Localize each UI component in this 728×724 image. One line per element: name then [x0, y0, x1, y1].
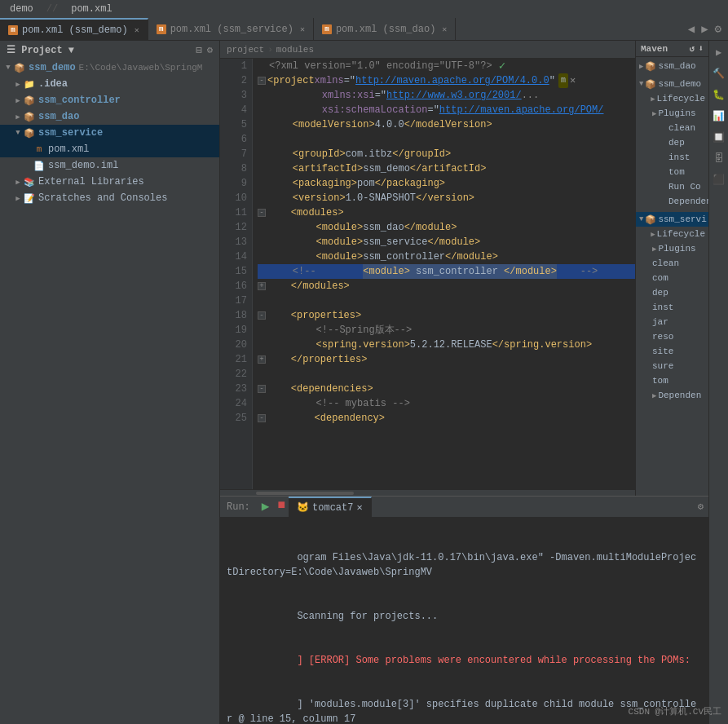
menu-pom[interactable]: pom.xml [68, 2, 115, 16]
tab-close-3[interactable]: ✕ [442, 24, 447, 34]
checkmark-1: ✓ [499, 59, 505, 73]
idea-label: .idea [38, 78, 68, 90]
tomcat-tab-close[interactable]: ✕ [356, 501, 362, 514]
svc-dep-full-lbl: Dependen [658, 391, 701, 400]
maven-download-icon[interactable]: ⬇ [698, 43, 704, 54]
line19-indent [269, 323, 316, 338]
tab-icon-m: m [8, 25, 18, 35]
lifecycle-label: Lifecycle [657, 94, 705, 104]
maven-dao-icon: 📦 [645, 61, 656, 72]
run-button[interactable]: ▶ [257, 497, 275, 517]
action-btn-1[interactable]: ▶ [711, 44, 727, 60]
maven-svc-lifecycle[interactable]: ▶ Lifecycle [636, 227, 708, 241]
tree-external-libs[interactable]: ▶ 📚 External Libraries [0, 174, 219, 190]
tab-scroll-left[interactable]: ◀ [686, 20, 696, 38]
action-btn-6[interactable]: 🗄 [711, 150, 727, 166]
maven-ssm-service[interactable]: ▼ 📦 ssm_servi [636, 212, 708, 227]
maven-svc-tom[interactable]: tom [636, 373, 708, 388]
maven-svc-reso[interactable]: reso [636, 329, 708, 344]
sidebar-collapse-icon[interactable]: ⊟ [196, 44, 202, 56]
breadcrumb-sep1: › [267, 45, 273, 55]
action-btn-4[interactable]: 📊 [711, 108, 727, 124]
line25-indent [267, 411, 315, 426]
action-btn-5[interactable]: 🔲 [711, 129, 727, 145]
bottom-settings-icon[interactable]: ⚙ [698, 501, 704, 513]
maven-svc-dep[interactable]: dep [636, 285, 708, 300]
tree-idea[interactable]: ▶ 📁 .idea [0, 76, 219, 92]
tab-close-2[interactable]: ✕ [300, 24, 305, 34]
action-btn-3[interactable]: 🐛 [711, 86, 727, 103]
menu-demo[interactable]: demo [7, 2, 37, 16]
mi-clean-lbl: clean [668, 123, 695, 133]
maven-svc-inst[interactable]: inst [636, 300, 708, 315]
tree-ssm-demo-iml[interactable]: 📄 ssm_demo.iml [0, 157, 219, 174]
mi-inst[interactable]: inst [652, 150, 708, 165]
tab-pom-ssm-service[interactable]: m pom.xml (ssm_service) ✕ [148, 18, 314, 40]
fold-btn-16[interactable]: + [258, 282, 266, 290]
tab-tomcat7[interactable]: 🐱 tomcat7 ✕ [289, 497, 372, 517]
fold-btn-23[interactable]: - [258, 385, 266, 393]
tab-pom-ssm-demo[interactable]: m pom.xml (ssm_demo) ✕ [0, 18, 148, 40]
maven-ssm-dao[interactable]: ▶ 📦 ssm_dao [636, 59, 708, 73]
arrow-scratch: ▶ [13, 194, 23, 203]
line7-val: com.itbz [346, 147, 393, 161]
tree-ssm-dao[interactable]: ▶ 📦 ssm_dao [0, 108, 219, 125]
mi-clean[interactable]: clean [652, 121, 708, 135]
maven-demo-plugins[interactable]: ▶ Plugins [636, 106, 708, 121]
code-line-12: <module> ssm_dao </module> [258, 220, 635, 235]
fold-btn-21[interactable]: + [258, 355, 266, 364]
tree-ssm-controller[interactable]: ▶ 📦 ssm_controller [0, 92, 219, 108]
action-btn-2[interactable]: 🔨 [711, 65, 727, 82]
line13-val: ssm_service [363, 235, 427, 249]
line15-val: ssm_controller [416, 266, 498, 277]
bottom-tab-bar: Run: ▶ ■ 🐱 tomcat7 ✕ ⚙ [220, 497, 708, 518]
dao-label: ssm_dao [38, 111, 79, 122]
maven-panel: Maven ↺ ⬇ ▶ 📦 ssm_dao [635, 41, 708, 496]
code-line-8: <artifactId> ssm_demo </artifactId> [258, 161, 635, 176]
fold-btn-11[interactable]: - [258, 209, 266, 217]
line15-tag2: </module> [504, 266, 557, 277]
line9-tag2: </packaging> [375, 176, 445, 191]
maven-refresh-icon[interactable]: ↺ [690, 43, 695, 54]
sidebar-gear-icon[interactable]: ⚙ [207, 44, 213, 56]
controller-label: ssm_controller [38, 95, 121, 106]
mi-runco[interactable]: Run Co [652, 179, 708, 194]
maven-service-arrow: ▼ [639, 215, 643, 223]
tab-settings-btn[interactable]: ⚙ [713, 20, 723, 38]
fold-btn-25[interactable]: - [258, 414, 266, 422]
mi-dep[interactable]: dep [652, 135, 708, 150]
action-btn-7[interactable]: ⬛ [711, 171, 727, 188]
tab-pom-ssm-dao[interactable]: m pom.xml (ssm_dao) ✕ [314, 18, 456, 40]
plugins-label: Plugins [658, 108, 695, 118]
line8-tag2: </artifactId> [410, 161, 487, 176]
mi-tom[interactable]: tom [652, 165, 708, 179]
maven-service-icon: 📦 [645, 214, 656, 225]
tab-scroll-right[interactable]: ▶ [699, 20, 709, 38]
maven-svc-site[interactable]: site [636, 344, 708, 359]
maven-svc-sure[interactable]: sure [636, 359, 708, 373]
maven-svc-jar[interactable]: jar [636, 315, 708, 329]
stop-button[interactable]: ■ [274, 497, 289, 517]
maven-ssm-demo[interactable]: ▼ 📦 ssm_demo [636, 77, 708, 91]
tree-ssm-service[interactable]: ▼ 📦 ssm_service [0, 125, 219, 141]
maven-svc-dependen[interactable]: ▶ Dependen [636, 388, 708, 403]
mi-depen[interactable]: Dependen [652, 194, 708, 209]
maven-svc-plugins[interactable]: ▶ Plugins [636, 241, 708, 256]
line23-tag: <dependencies> [291, 382, 373, 396]
breadcrumb-modules: modules [276, 45, 314, 55]
tab-close-1[interactable]: ✕ [135, 25, 139, 35]
line2-x[interactable]: ✕ [570, 73, 576, 88]
line11-tag: <modules> [291, 205, 344, 220]
fold-btn-2[interactable]: - [258, 77, 266, 85]
tree-scratches[interactable]: ▶ 📝 Scratches and Consoles [0, 190, 219, 206]
line8-val: ssm_demo [363, 161, 410, 176]
maven-svc-com[interactable]: com [636, 271, 708, 285]
tree-ssm-demo[interactable]: ▼ 📦 ssm_demo E:\Code\Javaweb\SpringM [0, 60, 219, 76]
tree-pom-xml[interactable]: m pom.xml [0, 141, 219, 157]
maven-demo-lifecycle[interactable]: ▶ Lifecycle [636, 91, 708, 106]
h-scrollbar[interactable] [220, 489, 635, 496]
line20-tag2: </spring.version> [492, 338, 592, 352]
fold-btn-18[interactable]: - [258, 311, 266, 320]
maven-svc-clean[interactable]: clean [636, 256, 708, 271]
line19-comment: <!--Spring版本--> [316, 323, 413, 338]
